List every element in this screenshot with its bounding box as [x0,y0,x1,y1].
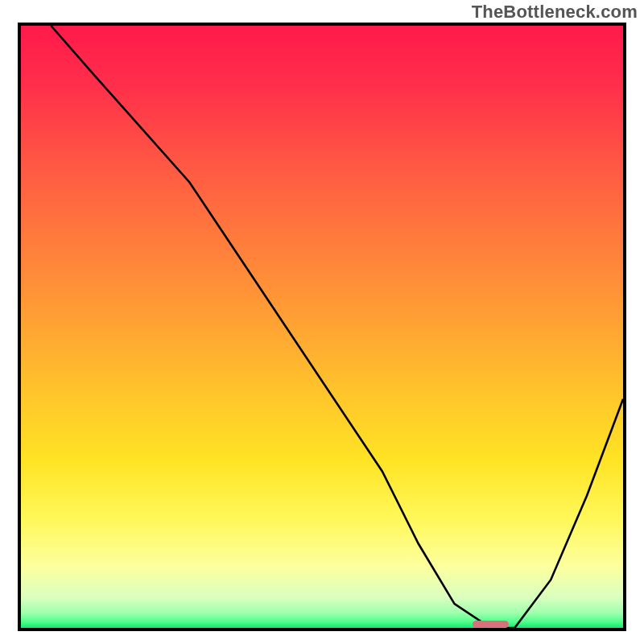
chart-frame [18,23,626,631]
chart-overlay [21,26,623,628]
watermark-text: TheBottleneck.com [472,2,638,23]
optimal-marker [473,621,509,628]
bottleneck-curve-line [51,26,623,628]
